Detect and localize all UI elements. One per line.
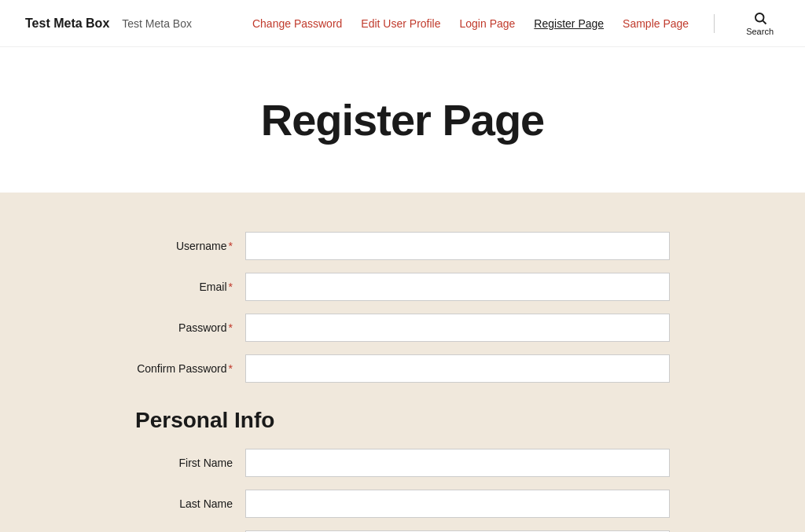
search-icon: [753, 11, 767, 25]
password-label: Password*: [135, 321, 245, 334]
password-row: Password*: [135, 314, 670, 342]
confirm-password-row: Confirm Password*: [135, 354, 670, 383]
content-area: Username* Email* Password* Confirm Passw…: [0, 193, 805, 532]
page-title: Register Page: [25, 94, 780, 145]
nav-change-password[interactable]: Change Password: [252, 17, 342, 30]
first-name-input[interactable]: [245, 449, 670, 477]
hero-section: Register Page: [0, 47, 805, 193]
nav-sample-page[interactable]: Sample Page: [623, 17, 689, 30]
site-logo[interactable]: Test Meta Box: [25, 17, 109, 31]
last-name-row: Last Name: [135, 490, 670, 518]
password-input[interactable]: [245, 314, 670, 342]
email-required: *: [229, 281, 233, 293]
email-row: Email*: [135, 273, 670, 301]
username-row: Username*: [135, 232, 670, 260]
confirm-password-required: *: [229, 362, 233, 375]
first-name-label: First Name: [135, 457, 245, 469]
email-input[interactable]: [245, 273, 670, 301]
confirm-password-input[interactable]: [245, 354, 670, 383]
register-form-container: Username* Email* Password* Confirm Passw…: [135, 232, 670, 532]
password-required: *: [229, 321, 233, 334]
nav-login-page[interactable]: Login Page: [460, 17, 516, 30]
search-button[interactable]: Search: [740, 8, 780, 39]
username-label: Username*: [135, 240, 245, 252]
last-name-label: Last Name: [135, 497, 245, 510]
username-required: *: [229, 240, 233, 252]
nav-divider: [714, 14, 715, 33]
first-name-row: First Name: [135, 449, 670, 477]
nav-edit-user-profile[interactable]: Edit User Profile: [361, 17, 440, 30]
last-name-input[interactable]: [245, 490, 670, 518]
email-label: Email*: [135, 281, 245, 293]
site-name: Test Meta Box: [122, 17, 192, 30]
svg-point-0: [755, 13, 764, 22]
header: Test Meta Box Test Meta Box Change Passw…: [0, 0, 805, 47]
svg-line-1: [763, 20, 766, 24]
main-nav: Change Password Edit User Profile Login …: [252, 8, 780, 39]
confirm-password-label: Confirm Password*: [135, 362, 245, 375]
username-input[interactable]: [245, 232, 670, 260]
personal-info-title: Personal Info: [135, 408, 670, 433]
search-label: Search: [746, 27, 774, 36]
nav-register-page[interactable]: Register Page: [534, 17, 604, 30]
